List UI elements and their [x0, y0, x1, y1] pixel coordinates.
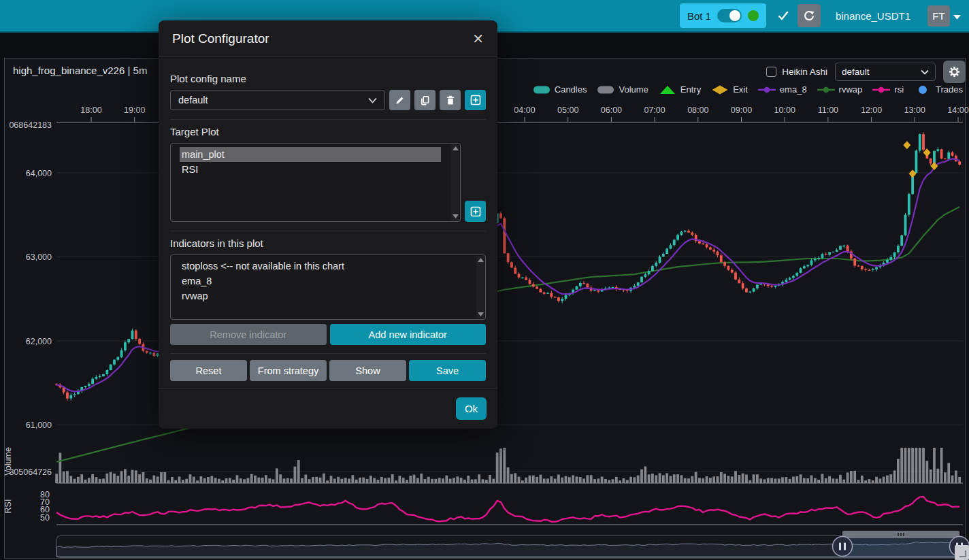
- scroll-up-icon[interactable]: [478, 258, 484, 262]
- refresh-icon: [803, 10, 815, 22]
- plot-configurator-modal: Plot Configurator ✕ Plot config name def…: [159, 20, 497, 429]
- config-name-select-value: default: [178, 95, 208, 105]
- modal-footer: Ok: [159, 388, 497, 429]
- indicator-option[interactable]: rvwap: [180, 289, 466, 303]
- remove-indicator-button[interactable]: Remove indicator: [170, 324, 327, 345]
- exit-legend-swatch: [711, 85, 729, 95]
- chart-title: high_frog_binance_v226 | 5m: [13, 65, 147, 76]
- indicator-option[interactable]: ema_8: [180, 274, 466, 289]
- target-plot-option[interactable]: main_plot: [180, 147, 441, 162]
- rvwap-legend-swatch: [817, 85, 835, 95]
- ft-caret-icon: [953, 10, 961, 22]
- plus-square-icon: [470, 95, 481, 105]
- scroll-down-icon[interactable]: [478, 312, 484, 316]
- legend-item-candles[interactable]: Candles: [533, 84, 587, 95]
- chevron-down-icon: [368, 97, 377, 103]
- target-plot-listbox[interactable]: main_plotRSI: [170, 143, 461, 222]
- legend-label: Volume: [619, 84, 648, 95]
- legend-item-exit[interactable]: Exit: [711, 84, 748, 95]
- show-button[interactable]: Show: [329, 360, 406, 381]
- legend-item-entry[interactable]: Entry: [659, 84, 701, 95]
- ok-button[interactable]: Ok: [456, 397, 487, 420]
- plot-config-select-value: default: [842, 67, 870, 77]
- config-name-select[interactable]: default: [170, 90, 385, 110]
- plus-square-icon: [470, 206, 481, 217]
- pencil-icon: [395, 95, 405, 105]
- pair-label[interactable]: binance_USDT1: [836, 10, 910, 22]
- add-target-plot-button[interactable]: [465, 201, 486, 222]
- toggle-knob: [729, 10, 740, 21]
- bot-selector-chip[interactable]: Bot 1: [680, 3, 766, 28]
- rsi-legend-swatch: [872, 85, 890, 95]
- close-icon[interactable]: ✕: [472, 32, 484, 46]
- indicators-listbox[interactable]: stoploss <-- not available in this chart…: [170, 254, 486, 320]
- entry-legend-swatch: [659, 85, 676, 95]
- candles-legend-swatch: [533, 85, 551, 95]
- bot-enabled-toggle[interactable]: [717, 9, 742, 22]
- ft-menu-button[interactable]: FT: [927, 5, 950, 27]
- chevron-down-icon: [921, 69, 929, 75]
- add-new-indicator-button[interactable]: Add new indicator: [330, 324, 487, 345]
- legend-item-rvwap[interactable]: rvwap: [817, 84, 863, 95]
- bot-online-indicator: [748, 10, 759, 21]
- refresh-button[interactable]: [798, 4, 821, 27]
- trash-icon: [446, 95, 455, 105]
- edit-config-button[interactable]: [389, 90, 410, 110]
- duplicate-config-button[interactable]: [414, 90, 436, 110]
- target-plot-label: Target Plot: [170, 126, 486, 137]
- add-config-button[interactable]: [465, 90, 486, 110]
- chart-legend: CandlesVolumeEntryExitema_8rvwaprsiTrade…: [533, 84, 963, 95]
- target-plot-option[interactable]: RSI: [180, 162, 441, 177]
- legend-item-rsi[interactable]: rsi: [872, 84, 904, 95]
- heikin-ashi-checkbox[interactable]: [766, 67, 776, 77]
- legend-label: rvwap: [839, 84, 863, 95]
- scrollbar[interactable]: [476, 256, 484, 318]
- plot-config-name-label: Plot config name: [170, 73, 486, 84]
- modal-header: Plot Configurator ✕: [159, 20, 497, 56]
- scroll-up-icon[interactable]: [453, 146, 459, 150]
- volume-legend-swatch: [597, 85, 614, 95]
- ft-label: FT: [932, 10, 945, 22]
- legend-label: rsi: [894, 84, 904, 95]
- resize-handle[interactable]: [955, 545, 969, 560]
- legend-item-volume[interactable]: Volume: [597, 84, 648, 95]
- scroll-down-icon[interactable]: [453, 214, 459, 218]
- from-strategy-button[interactable]: From strategy: [250, 360, 327, 381]
- gear-icon: [949, 66, 960, 78]
- legend-label: ema_8: [780, 84, 807, 95]
- indicators-label: Indicators in this plot: [170, 237, 486, 249]
- legend-label: Trades: [936, 84, 963, 95]
- plot-settings-button[interactable]: [943, 61, 966, 83]
- copy-icon: [420, 95, 430, 105]
- legend-label: Exit: [733, 84, 748, 95]
- legend-label: Entry: [680, 84, 701, 95]
- trades-legend-swatch: [914, 85, 932, 95]
- check-icon: [778, 11, 789, 20]
- legend-item-ema_8[interactable]: ema_8: [758, 84, 807, 95]
- heikin-ashi-label: Heikin Ashi: [782, 67, 827, 77]
- legend-item-trades[interactable]: Trades: [914, 84, 963, 95]
- legend-label: Candles: [555, 84, 587, 95]
- bot-name-label: Bot 1: [687, 10, 711, 22]
- delete-config-button[interactable]: [440, 90, 461, 110]
- save-button[interactable]: Save: [409, 360, 486, 381]
- modal-title: Plot Configurator: [172, 31, 269, 46]
- ema_8-legend-swatch: [758, 85, 776, 95]
- plot-config-select[interactable]: default: [835, 63, 936, 81]
- scrollbar[interactable]: [451, 144, 459, 220]
- reset-button[interactable]: Reset: [170, 360, 247, 381]
- indicator-option[interactable]: stoploss <-- not available in this chart: [180, 259, 466, 274]
